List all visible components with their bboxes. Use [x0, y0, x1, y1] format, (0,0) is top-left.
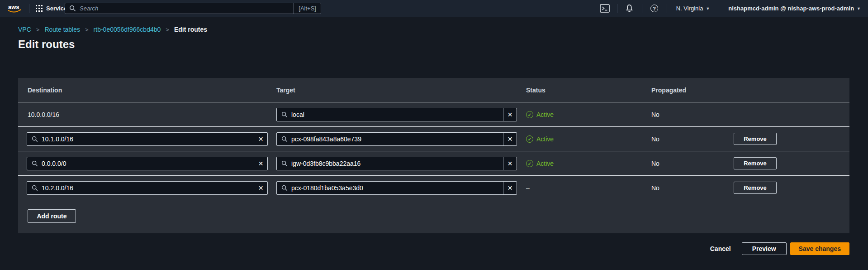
divider — [719, 4, 719, 13]
cloudshell-terminal-icon — [600, 4, 610, 13]
destination-input[interactable] — [42, 160, 254, 167]
divider — [617, 4, 617, 13]
chevron-right-icon: > — [85, 26, 89, 33]
aws-logo-icon: aws — [6, 3, 23, 14]
status-label: Active — [536, 135, 554, 143]
clear-icon[interactable]: ✕ — [503, 157, 517, 170]
status-badge: ✓ Active — [526, 127, 554, 151]
remove-route-button[interactable]: Remove — [734, 157, 777, 169]
clear-icon[interactable]: ✕ — [254, 157, 267, 170]
top-nav-bar: aws Services [Alt+S] — [0, 0, 868, 17]
status-badge: – — [526, 176, 530, 200]
status-badge: ✓ Active — [526, 151, 554, 176]
status-badge: ✓ Active — [526, 102, 554, 127]
chevron-right-icon: > — [36, 26, 40, 33]
topbar-right-group: ? N. Virginia ▼ nishapmcd-admin @ nishap… — [599, 0, 863, 17]
table-header-row: Destination Target Status Propagated — [18, 78, 849, 102]
clear-icon[interactable]: ✕ — [503, 108, 517, 121]
aws-logo[interactable]: aws — [6, 3, 23, 14]
breadcrumb-route-tables[interactable]: Route tables — [44, 26, 80, 33]
cloudshell-button[interactable] — [599, 4, 611, 13]
status-label: Active — [536, 160, 554, 167]
chevron-right-icon: > — [166, 26, 169, 33]
divider — [29, 4, 29, 13]
global-search[interactable]: [Alt+S] — [65, 3, 321, 14]
clear-icon[interactable]: ✕ — [254, 133, 267, 145]
target-field[interactable]: ✕ — [276, 181, 517, 195]
propagated-value: No — [651, 102, 659, 127]
clear-icon[interactable]: ✕ — [503, 182, 517, 194]
add-route-area: Add route — [18, 200, 849, 232]
propagated-value: No — [651, 176, 659, 200]
search-icon — [281, 185, 288, 191]
bell-icon — [625, 4, 634, 13]
region-selector[interactable]: N. Virginia ▼ — [674, 5, 713, 12]
edit-routes-panel: Destination Target Status Propagated 10.… — [18, 78, 849, 233]
status-label: – — [526, 184, 530, 192]
footer-actions: Cancel Preview Save changes — [710, 242, 849, 255]
column-header-target: Target — [276, 78, 295, 102]
save-changes-button[interactable]: Save changes — [790, 242, 849, 255]
search-input[interactable] — [80, 5, 294, 12]
column-header-propagated: Propagated — [651, 78, 686, 102]
target-field[interactable]: ✕ — [276, 108, 517, 121]
propagated-value: No — [651, 127, 659, 151]
destination-field[interactable]: ✕ — [27, 157, 268, 170]
aws-console-screen: aws Services [Alt+S] — [0, 0, 868, 270]
target-input[interactable] — [291, 160, 503, 167]
cancel-button[interactable]: Cancel — [710, 245, 731, 252]
chevron-down-icon: ▼ — [706, 6, 710, 11]
destination-field[interactable]: ✕ — [27, 181, 268, 195]
check-circle-icon: ✓ — [526, 111, 533, 118]
help-button[interactable]: ? — [649, 5, 660, 12]
target-field[interactable]: ✕ — [276, 157, 517, 170]
target-input[interactable] — [291, 135, 503, 143]
remove-route-button[interactable]: Remove — [734, 133, 777, 145]
route-row: ✕ ✕ ✓ Active No Remove — [18, 127, 849, 151]
route-row: ✕ ✕ ✓ Active No Remove — [18, 151, 849, 176]
check-circle-icon: ✓ — [526, 135, 533, 143]
svg-text:aws: aws — [8, 4, 19, 10]
search-shortcut-hint: [Alt+S] — [294, 3, 321, 14]
page-title: Edit routes — [18, 38, 75, 51]
route-row: 10.0.0.0/16 ✕ ✓ Active No — [18, 102, 849, 127]
destination-value: 10.0.0.0/16 — [28, 102, 59, 127]
chevron-down-icon: ▼ — [857, 6, 861, 11]
check-circle-icon: ✓ — [526, 160, 533, 167]
column-header-destination: Destination — [28, 78, 62, 102]
clear-icon[interactable]: ✕ — [503, 133, 517, 145]
breadcrumb: VPC > Route tables > rtb-0e0056df966cbd4… — [18, 26, 207, 33]
divider — [667, 4, 667, 13]
question-icon: ? — [650, 5, 658, 12]
destination-field[interactable]: ✕ — [27, 132, 268, 146]
route-row: ✕ ✕ – No Remove — [18, 176, 849, 200]
target-field[interactable]: ✕ — [276, 132, 517, 146]
breadcrumb-current: Edit routes — [174, 26, 207, 33]
status-label: Active — [536, 111, 554, 118]
propagated-value: No — [651, 151, 659, 176]
breadcrumb-route-table-id[interactable]: rtb-0e0056df966cbd4b0 — [94, 26, 161, 33]
clear-icon[interactable]: ✕ — [254, 182, 267, 194]
destination-input[interactable] — [42, 184, 254, 192]
search-icon — [32, 160, 38, 167]
grid-icon — [36, 5, 43, 12]
remove-route-button[interactable]: Remove — [734, 182, 777, 194]
region-label: N. Virginia — [676, 5, 703, 12]
search-icon — [281, 111, 288, 118]
search-icon — [281, 136, 288, 142]
search-icon — [32, 185, 38, 191]
target-input[interactable] — [291, 184, 503, 192]
breadcrumb-vpc[interactable]: VPC — [18, 26, 31, 33]
search-icon — [281, 160, 288, 167]
search-icon — [32, 136, 38, 142]
preview-button[interactable]: Preview — [742, 242, 787, 255]
account-menu[interactable]: nishapmcd-admin @ nishap-aws-prod-admin … — [726, 5, 863, 12]
search-icon — [69, 5, 76, 12]
column-header-status: Status — [526, 78, 545, 102]
destination-input[interactable] — [42, 135, 254, 143]
divider — [642, 4, 642, 13]
target-input[interactable] — [291, 111, 503, 118]
notifications-button[interactable] — [624, 4, 636, 13]
account-label: nishapmcd-admin @ nishap-aws-prod-admin — [728, 5, 854, 12]
add-route-button[interactable]: Add route — [28, 209, 76, 223]
